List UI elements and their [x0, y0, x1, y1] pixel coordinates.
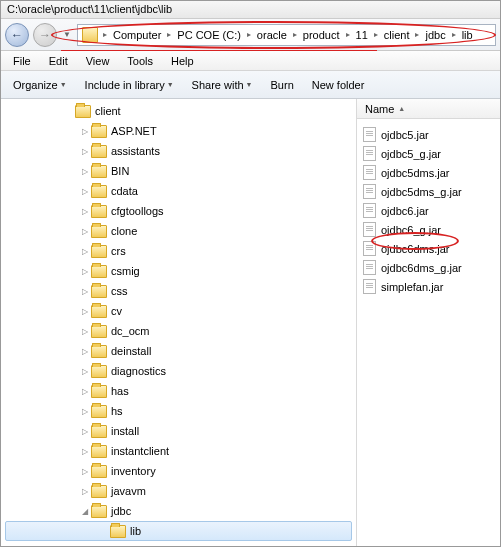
jar-file-icon — [363, 279, 376, 294]
crumb-computer[interactable]: Computer — [110, 29, 164, 41]
nav-history-dropdown[interactable]: ▼ — [61, 23, 73, 47]
folder-label: has — [111, 385, 129, 397]
expand-arrow-icon[interactable]: ▷ — [79, 207, 91, 216]
menu-edit[interactable]: Edit — [41, 53, 76, 69]
menu-tools[interactable]: Tools — [119, 53, 161, 69]
chevron-right-icon[interactable]: ▸ — [412, 30, 422, 39]
tree-item-client[interactable]: client — [1, 101, 356, 121]
include-library-button[interactable]: Include in library ▼ — [79, 76, 180, 94]
folder-icon — [91, 125, 107, 138]
expand-arrow-icon[interactable]: ▷ — [79, 227, 91, 236]
tree-item-diagnostics[interactable]: ▷diagnostics — [1, 361, 356, 381]
chevron-right-icon[interactable]: ▸ — [164, 30, 174, 39]
tree-item-instantclient[interactable]: ▷instantclient — [1, 441, 356, 461]
chevron-right-icon[interactable]: ▸ — [244, 30, 254, 39]
tree-item-inventory[interactable]: ▷inventory — [1, 461, 356, 481]
file-item[interactable]: simplefan.jar — [357, 277, 500, 296]
tree-item-css[interactable]: ▷css — [1, 281, 356, 301]
expand-arrow-icon[interactable]: ▷ — [79, 147, 91, 156]
content-area: client▷ASP.NET▷assistants▷BIN▷cdata▷cfgt… — [1, 99, 500, 546]
tree-item-install[interactable]: ▷install — [1, 421, 356, 441]
menu-file[interactable]: File — [5, 53, 39, 69]
file-item[interactable]: ojdbc6_g.jar — [357, 220, 500, 239]
expand-arrow-icon[interactable]: ▷ — [79, 187, 91, 196]
window-title: C:\oracle\product\11\client\jdbc\lib — [7, 3, 172, 15]
chevron-right-icon[interactable]: ▸ — [371, 30, 381, 39]
burn-button[interactable]: Burn — [265, 76, 300, 94]
tree-item-has[interactable]: ▷has — [1, 381, 356, 401]
tree-item-csmig[interactable]: ▷csmig — [1, 261, 356, 281]
crumb-jdbc[interactable]: jdbc — [422, 29, 448, 41]
file-name: ojdbc6dms_g.jar — [381, 262, 462, 274]
menu-help[interactable]: Help — [163, 53, 202, 69]
crumb-11[interactable]: 11 — [353, 29, 371, 41]
crumb-client[interactable]: client — [381, 29, 413, 41]
folder-icon — [91, 245, 107, 258]
share-with-button[interactable]: Share with ▼ — [186, 76, 259, 94]
chevron-right-icon[interactable]: ▸ — [343, 30, 353, 39]
folder-label: clone — [111, 225, 137, 237]
expand-arrow-icon[interactable]: ▷ — [79, 387, 91, 396]
expand-arrow-icon[interactable]: ▷ — [79, 347, 91, 356]
expand-arrow-icon[interactable]: ▷ — [79, 307, 91, 316]
tree-item-cfgtoollogs[interactable]: ▷cfgtoollogs — [1, 201, 356, 221]
file-list-pane: Name ▲ ojdbc5.jarojdbc5_g.jarojdbc5dms.j… — [357, 99, 500, 546]
chevron-right-icon[interactable]: ▸ — [290, 30, 300, 39]
expand-arrow-icon[interactable]: ◢ — [79, 507, 91, 516]
expand-arrow-icon[interactable]: ▷ — [79, 467, 91, 476]
menu-view[interactable]: View — [78, 53, 118, 69]
tree-item-bin[interactable]: ▷BIN — [1, 161, 356, 181]
tree-item-javavm[interactable]: ▷javavm — [1, 481, 356, 501]
tree-item-hs[interactable]: ▷hs — [1, 401, 356, 421]
tree-item-aspnet[interactable]: ▷ASP.NET — [1, 121, 356, 141]
organize-button[interactable]: Organize ▼ — [7, 76, 73, 94]
crumb-product[interactable]: product — [300, 29, 343, 41]
tree-item-jdbc[interactable]: ◢jdbc — [1, 501, 356, 521]
tree-item-crs[interactable]: ▷crs — [1, 241, 356, 261]
expand-arrow-icon[interactable]: ▷ — [79, 167, 91, 176]
chevron-right-icon[interactable]: ▸ — [449, 30, 459, 39]
file-item[interactable]: ojdbc6dms.jar — [357, 239, 500, 258]
tree-item-lib[interactable]: lib — [5, 521, 352, 541]
file-item[interactable]: ojdbc5_g.jar — [357, 144, 500, 163]
tree-item-clone[interactable]: ▷clone — [1, 221, 356, 241]
new-folder-button[interactable]: New folder — [306, 76, 371, 94]
folder-icon — [91, 425, 107, 438]
file-item[interactable]: ojdbc5dms.jar — [357, 163, 500, 182]
crumb-lib[interactable]: lib — [459, 29, 476, 41]
expand-arrow-icon[interactable]: ▷ — [79, 407, 91, 416]
tree-item-deinstall[interactable]: ▷deinstall — [1, 341, 356, 361]
tree-item-assistants[interactable]: ▷assistants — [1, 141, 356, 161]
file-item[interactable]: ojdbc6.jar — [357, 201, 500, 220]
expand-arrow-icon[interactable]: ▷ — [79, 367, 91, 376]
expand-arrow-icon[interactable]: ▷ — [79, 267, 91, 276]
file-item[interactable]: ojdbc5.jar — [357, 125, 500, 144]
tree-item-dcocm[interactable]: ▷dc_ocm — [1, 321, 356, 341]
expand-arrow-icon[interactable]: ▷ — [79, 247, 91, 256]
address-bar[interactable]: ▸ Computer ▸ PC COE (C:) ▸ oracle ▸ prod… — [77, 24, 496, 46]
crumb-oracle[interactable]: oracle — [254, 29, 290, 41]
file-item[interactable]: ojdbc6dms_g.jar — [357, 258, 500, 277]
back-button[interactable]: ← — [5, 23, 29, 47]
tree-item-cv[interactable]: ▷cv — [1, 301, 356, 321]
expand-arrow-icon[interactable]: ▷ — [79, 487, 91, 496]
expand-arrow-icon[interactable]: ▷ — [79, 447, 91, 456]
folder-label: cv — [111, 305, 122, 317]
folder-label: lib — [130, 525, 141, 537]
file-item[interactable]: ojdbc5dms_g.jar — [357, 182, 500, 201]
folder-tree[interactable]: client▷ASP.NET▷assistants▷BIN▷cdata▷cfgt… — [1, 99, 357, 546]
expand-arrow-icon[interactable]: ▷ — [79, 327, 91, 336]
folder-icon — [91, 165, 107, 178]
chevron-down-icon: ▼ — [60, 81, 67, 88]
chevron-right-icon[interactable]: ▸ — [100, 30, 110, 39]
file-list[interactable]: ojdbc5.jarojdbc5_g.jarojdbc5dms.jarojdbc… — [357, 119, 500, 296]
expand-arrow-icon[interactable]: ▷ — [79, 427, 91, 436]
expand-arrow-icon[interactable]: ▷ — [79, 127, 91, 136]
tree-item-cdata[interactable]: ▷cdata — [1, 181, 356, 201]
column-header-name[interactable]: Name ▲ — [357, 99, 500, 119]
expand-arrow-icon[interactable]: ▷ — [79, 287, 91, 296]
crumb-drive[interactable]: PC COE (C:) — [174, 29, 244, 41]
command-bar: Organize ▼ Include in library ▼ Share wi… — [1, 71, 500, 99]
file-name: ojdbc6.jar — [381, 205, 429, 217]
forward-button[interactable]: → — [33, 23, 57, 47]
